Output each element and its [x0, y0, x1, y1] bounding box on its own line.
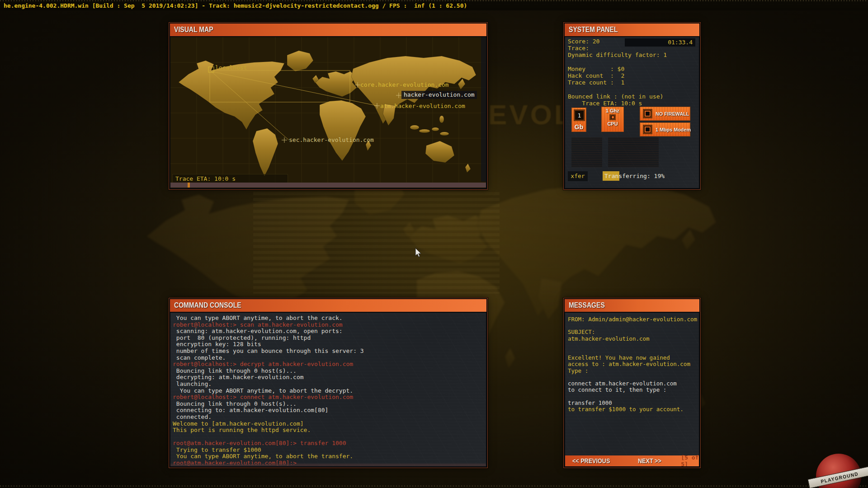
system-stat-line: Trace ETA: 10:0 s	[568, 100, 667, 107]
game-timer: 01:33.4	[668, 39, 693, 46]
visual-map-body[interactable]: localhost core.hacker-evolution.com hack…	[170, 37, 486, 188]
message-line: SUBJECT:	[568, 329, 697, 335]
system-panel-header: SYSTEM PANEL	[565, 23, 699, 36]
firewall-chip-icon	[643, 109, 652, 118]
system-stat-line: Hack count : 2	[568, 72, 667, 79]
console-output[interactable]: You can type ABORT anytime, to abort the…	[173, 315, 484, 466]
message-line: FROM: Admin/admin@hacker-evolution.com	[568, 316, 697, 323]
map-scrollbar-thumb[interactable]	[188, 183, 190, 188]
cpu-label: CPU	[602, 121, 623, 127]
console-line: You can type ABORT anytime, to abort the…	[173, 315, 484, 322]
console-line: launching.	[173, 381, 484, 388]
console-line: This port is running the httpd service.	[173, 427, 484, 434]
message-line: Type :	[568, 368, 697, 374]
message-line	[568, 342, 697, 348]
message-page-indicator: [5 of 5]	[681, 454, 699, 466]
console-line: Trying to transfer $1000	[173, 447, 484, 454]
message-line: connect atm.hacker-evolution.com	[568, 380, 697, 387]
transfer-status-text: Transferring: 19%	[604, 173, 665, 179]
console-line: encryption key: 128 bits	[173, 341, 484, 348]
map-node-core[interactable]: core.hacker-evolution.com	[360, 81, 449, 88]
message-line	[568, 374, 697, 380]
system-stat-line: Trace count : 1	[568, 79, 667, 86]
console-line: port 80 (unprotected), running: httpd	[173, 335, 484, 342]
messages-header: MESSAGES	[565, 299, 699, 312]
console-line	[173, 434, 484, 441]
command-console-body[interactable]: You can type ABORT anytime, to abort the…	[170, 313, 486, 466]
empty-hardware-slot	[608, 137, 659, 167]
console-line: robert@localhost:> connect atm.hacker-ev…	[173, 394, 484, 401]
firewall-hardware-tile: NO FIREWALL	[640, 107, 690, 121]
message-line: access to : atm.hacker-evolution.com	[568, 361, 697, 367]
modem-label: 1 Mbps Modem	[656, 127, 691, 132]
command-console-header: COMMAND CONSOLE	[170, 299, 486, 312]
map-horizontal-scrollbar[interactable]	[170, 183, 486, 188]
background-faded-text-block	[253, 192, 500, 294]
modem-hardware-tile: 1 Mbps Modem	[640, 122, 690, 136]
cpu-speed-label: 1 Ghz	[602, 108, 623, 114]
map-node-sec[interactable]: sec.hacker-evolution.com	[289, 136, 374, 143]
console-line: Bouncing link through 0 host(s)...	[173, 401, 484, 408]
visual-map-title: VISUAL MAP	[174, 26, 213, 34]
message-line: to connect to it, then type :	[568, 387, 697, 393]
firewall-label: NO FIREWALL	[656, 111, 689, 117]
system-stat-line	[568, 86, 667, 93]
system-panel-body: 01:33.4 Score: 20Trace:Dynamic difficult…	[565, 37, 699, 188]
message-line: atm.hacker-evolution.com	[568, 336, 697, 342]
map-vertical-scrollbar[interactable]	[481, 37, 486, 182]
console-line: scanning: atm.hacker-evolution.com, open…	[173, 328, 484, 335]
command-console-panel: COMMAND CONSOLE You can type ABORT anyti…	[169, 298, 488, 468]
system-panel: SYSTEM PANEL 01:33.4 Score: 20Trace:Dyna…	[563, 22, 701, 190]
message-line: transfer 1000	[568, 400, 697, 406]
system-stat-line: Bounced link : (not in use)	[568, 93, 667, 100]
modem-chip-icon	[643, 125, 652, 134]
messages-panel: MESSAGES FROM: Admin/admin@hacker-evolut…	[563, 298, 701, 468]
system-panel-title: SYSTEM PANEL	[569, 26, 618, 34]
next-message-button[interactable]: NEXT >>	[638, 457, 661, 465]
console-line: scan complete.	[173, 355, 484, 361]
playground-logo: PLAYGROUND	[811, 452, 868, 488]
system-stat-line: Trace:	[568, 45, 667, 52]
messages-footer: << PREVIOUS NEXT >> [5 of 5]	[565, 455, 699, 466]
system-stat-line	[568, 59, 667, 66]
console-line: number of times you can bounce through t…	[173, 348, 484, 355]
cpu-chip-icon	[609, 114, 616, 120]
console-line: Welcome to [atm.hacker-evolution.com]	[173, 421, 484, 427]
memory-chip-icon: 1	[574, 109, 585, 121]
message-content: FROM: Admin/admin@hacker-evolution.com S…	[568, 316, 697, 413]
console-line: robert@localhost:> decrypt atm.hacker-ev…	[173, 361, 484, 368]
screen-edge-dots-bottom	[0, 485, 868, 487]
cpu-hardware-tile: 1 Ghz CPU	[601, 107, 624, 132]
visual-map-header: VISUAL MAP	[170, 23, 486, 36]
xfer-tab[interactable]: xfer	[568, 171, 588, 181]
console-line: robert@localhost:> scan atm.hacker-evolu…	[173, 322, 484, 328]
message-line: to transfer $1000 to your account.	[568, 406, 697, 413]
background-watermark-text: EVOL	[488, 99, 574, 131]
visual-map-panel: VISUAL MAP localhost core.hacker	[169, 22, 488, 190]
console-line: connected.	[173, 414, 484, 421]
system-stat-line: Money : $0	[568, 66, 667, 72]
message-line	[568, 393, 697, 399]
map-node-main[interactable]: hacker-evolution.com	[401, 91, 477, 99]
system-stat-line: Dynamic difficulty factor: 1	[568, 52, 667, 58]
message-line: Excellent! You have now gained	[568, 355, 697, 361]
message-line	[568, 323, 697, 329]
console-line: You can type ABORT anytime, to abort the…	[173, 453, 484, 460]
messages-title: MESSAGES	[569, 301, 605, 310]
system-stats: Score: 20Trace:Dynamic difficulty factor…	[568, 38, 667, 107]
mouse-cursor	[415, 248, 422, 258]
worldmap-image	[170, 37, 486, 188]
map-node-atm[interactable]: atm.hacker-evolution.com	[380, 103, 465, 109]
memory-hardware-tile: 1 Gb	[571, 108, 586, 132]
map-node-localhost[interactable]: localhost	[215, 64, 247, 71]
previous-message-button[interactable]: << PREVIOUS	[572, 457, 610, 465]
memory-unit-label: Gb	[572, 123, 586, 131]
console-horizontal-scrollbar[interactable]	[170, 464, 486, 466]
screen-edge-dots-top	[0, 0, 868, 1]
console-line: root@atm.hacker-evolution.com[80]:> tran…	[173, 440, 484, 447]
command-console-title: COMMAND CONSOLE	[174, 301, 241, 310]
console-line: You can type ABORT anytime, to abort the…	[173, 388, 484, 394]
console-line: Bouncing link through 0 host(s)...	[173, 368, 484, 375]
console-line: decrypting: atm.hacker-evolution.com	[173, 374, 484, 381]
messages-body: FROM: Admin/admin@hacker-evolution.com S…	[565, 313, 699, 466]
